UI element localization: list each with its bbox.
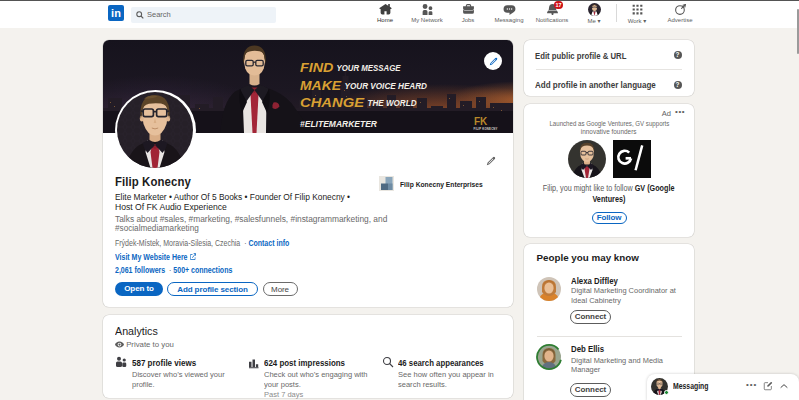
- svg-text:CHANGE: CHANGE: [300, 96, 365, 110]
- svg-text:FK: FK: [474, 116, 488, 127]
- svg-text:YOUR MESSAGE: YOUR MESSAGE: [337, 63, 402, 73]
- svg-text:MAKE: MAKE: [300, 79, 342, 93]
- svg-text:THE WORLD: THE WORLD: [368, 98, 417, 108]
- svg-text:YOUR VOICE HEARD: YOUR VOICE HEARD: [345, 81, 428, 91]
- svg-text:FIND: FIND: [300, 61, 334, 75]
- svg-text:FILIP KONECNY: FILIP KONECNY: [474, 127, 498, 131]
- svg-text:#ELITEMARKETER: #ELITEMARKETER: [300, 118, 378, 129]
